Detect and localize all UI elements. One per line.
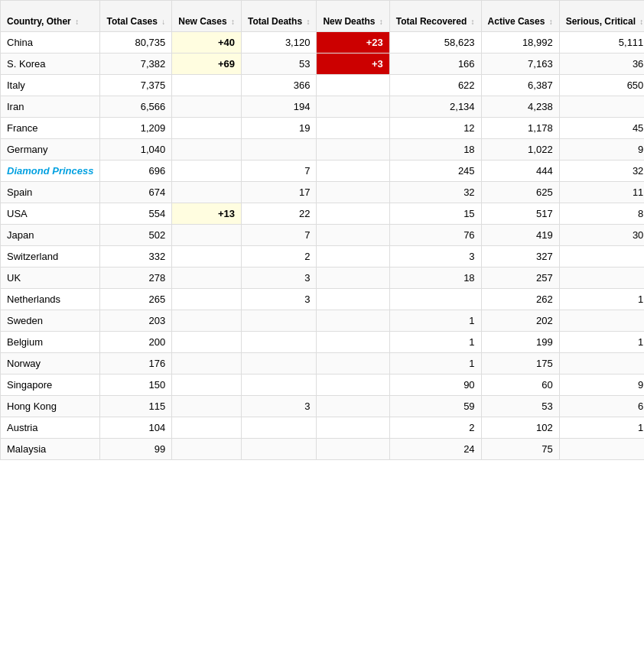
total-cases-cell: 7,375 <box>100 75 172 96</box>
column-header-1[interactable]: Total Cases ↓ <box>100 1 172 32</box>
country-cell: USA <box>1 203 100 225</box>
total-deaths-cell <box>241 139 316 161</box>
country-cell: Singapore <box>1 375 100 396</box>
active-cases-cell: 60 <box>481 375 559 396</box>
table-row: Malaysia9924753.1 <box>1 439 645 460</box>
new-deaths-cell <box>317 439 389 460</box>
serious-cell: 9 <box>559 375 644 396</box>
country-cell: Germany <box>1 139 100 161</box>
total-cases-cell: 332 <box>100 246 172 268</box>
total-recovered-cell: 15 <box>389 203 481 225</box>
total-deaths-cell: 19 <box>241 118 316 139</box>
table-row: Japan502776419304.0 <box>1 225 645 246</box>
total-deaths-cell: 3,120 <box>241 32 316 54</box>
new-deaths-cell: +23 <box>317 32 389 54</box>
new-deaths-cell <box>317 75 389 96</box>
serious-cell: 5,111 <box>559 32 644 54</box>
new-cases-cell <box>172 268 242 289</box>
total-cases-cell: 696 <box>100 161 172 182</box>
active-cases-cell: 262 <box>481 289 559 310</box>
country-link[interactable]: Diamond Princess <box>7 165 93 177</box>
new-cases-cell <box>172 439 242 460</box>
new-cases-cell: +13 <box>172 203 242 225</box>
total-cases-cell: 203 <box>100 310 172 332</box>
total-cases-cell: 150 <box>100 375 172 396</box>
new-deaths-cell <box>317 246 389 268</box>
active-cases-cell: 419 <box>481 225 559 246</box>
new-cases-cell <box>172 75 242 96</box>
country-cell: Hong Kong <box>1 396 100 417</box>
new-cases-cell: +69 <box>172 54 242 75</box>
table-row: Sweden203120220.1 <box>1 310 645 332</box>
column-header-6[interactable]: Active Cases ↕ <box>481 1 559 32</box>
total-recovered-cell: 76 <box>389 225 481 246</box>
total-deaths-cell: 3 <box>241 268 316 289</box>
active-cases-cell: 102 <box>481 417 559 439</box>
table-row: Netherlands2653262115.5 <box>1 289 645 310</box>
country-cell: Spain <box>1 182 100 203</box>
country-cell[interactable]: Diamond Princess <box>1 161 100 182</box>
new-deaths-cell <box>317 118 389 139</box>
new-cases-cell <box>172 289 242 310</box>
total-deaths-cell: 7 <box>241 225 316 246</box>
serious-cell: 36 <box>559 54 644 75</box>
country-cell: China <box>1 32 100 54</box>
column-header-7[interactable]: Serious, Critical ↕ <box>559 1 644 32</box>
column-header-0[interactable]: Country, Other ↕ <box>1 1 100 32</box>
active-cases-cell: 4,238 <box>481 96 559 118</box>
new-deaths-cell <box>317 417 389 439</box>
total-recovered-cell: 166 <box>389 54 481 75</box>
total-recovered-cell: 622 <box>389 75 481 96</box>
total-cases-cell: 674 <box>100 182 172 203</box>
covid-stats-table: Country, Other ↕Total Cases ↓New Cases ↕… <box>0 0 644 460</box>
total-recovered-cell: 58,623 <box>389 32 481 54</box>
total-cases-cell: 7,382 <box>100 54 172 75</box>
table-row: Iran6,5661942,1344,23878.2 <box>1 96 645 118</box>
new-cases-cell <box>172 161 242 182</box>
total-deaths-cell: 3 <box>241 289 316 310</box>
column-header-5[interactable]: Total Recovered ↕ <box>389 1 481 32</box>
new-cases-cell <box>172 139 242 161</box>
serious-cell <box>559 439 644 460</box>
new-cases-cell <box>172 396 242 417</box>
table-row: Belgium2001199117.3 <box>1 332 645 353</box>
new-cases-cell <box>172 118 242 139</box>
country-cell: Japan <box>1 225 100 246</box>
new-cases-cell <box>172 182 242 203</box>
active-cases-cell: 257 <box>481 268 559 289</box>
total-cases-cell: 1,209 <box>100 118 172 139</box>
total-deaths-cell <box>241 375 316 396</box>
total-recovered-cell: 12 <box>389 118 481 139</box>
total-recovered-cell: 1 <box>389 353 481 375</box>
active-cases-cell: 18,992 <box>481 32 559 54</box>
table-row: Diamond Princess696724544432 <box>1 161 645 182</box>
column-header-3[interactable]: Total Deaths ↕ <box>241 1 316 32</box>
new-deaths-cell <box>317 161 389 182</box>
country-cell: Malaysia <box>1 439 100 460</box>
new-deaths-cell <box>317 310 389 332</box>
new-cases-cell <box>172 332 242 353</box>
total-recovered-cell: 245 <box>389 161 481 182</box>
table-row: Spain67417326251114.4 <box>1 182 645 203</box>
country-cell: UK <box>1 268 100 289</box>
country-cell: Iran <box>1 96 100 118</box>
serious-cell <box>559 310 644 332</box>
serious-cell: 650 <box>559 75 644 96</box>
serious-cell: 6 <box>559 396 644 417</box>
total-cases-cell: 1,040 <box>100 139 172 161</box>
serious-cell: 9 <box>559 139 644 161</box>
active-cases-cell: 53 <box>481 396 559 417</box>
active-cases-cell: 517 <box>481 203 559 225</box>
total-cases-cell: 6,566 <box>100 96 172 118</box>
column-header-2[interactable]: New Cases ↕ <box>172 1 242 32</box>
total-recovered-cell: 24 <box>389 439 481 460</box>
column-header-4[interactable]: New Deaths ↕ <box>317 1 389 32</box>
country-cell: Netherlands <box>1 289 100 310</box>
table-row: USA554+13221551781.7 <box>1 203 645 225</box>
total-cases-cell: 104 <box>100 417 172 439</box>
table-row: Italy7,3753666226,387650122.0 <box>1 75 645 96</box>
new-deaths-cell <box>317 96 389 118</box>
country-cell: Italy <box>1 75 100 96</box>
serious-cell: 32 <box>559 161 644 182</box>
total-deaths-cell: 366 <box>241 75 316 96</box>
